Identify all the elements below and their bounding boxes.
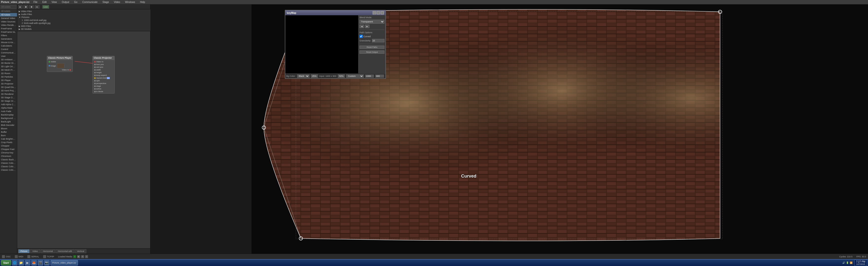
menu-item-file[interactable]: File [33, 1, 38, 3]
sidebar-item-3d-light[interactable]: 3D Light Orientation [0, 65, 17, 68]
sidebar-item-crop-pixels[interactable]: Crop Pixels [0, 141, 17, 144]
taskbar-icon-misc[interactable]: 📷 [44, 260, 50, 266]
sidebar-item-3d-stage-ori[interactable]: 3D Stage Orientati… [0, 99, 17, 103]
sidebar-item-backdrop[interactable]: BackDroplay [0, 113, 17, 117]
sidebar-item-3d-room[interactable]: 3D Room [0, 72, 17, 75]
sidebar-item-alpha-mask[interactable]: Alpha Mask [0, 106, 17, 110]
sidebar-item-3d-mesh[interactable]: 3D Mesh Projector [0, 68, 17, 72]
sidebar-item-chopper[interactable]: Chopper [0, 144, 17, 147]
granularity-input[interactable] [372, 39, 384, 42]
curved-checkbox[interactable] [360, 35, 363, 38]
sidebar-item-communications[interactable]: Communications [0, 51, 17, 55]
tab-horizontal[interactable]: Horizontal [41, 249, 55, 253]
sidebar-item-3d-player[interactable]: 3D Player [0, 78, 17, 82]
patch-canvas[interactable]: Classic Picture Player visible image Vid… [17, 31, 150, 248]
file-tree-audio-files[interactable]: ▶ Audio Files [18, 13, 150, 16]
control-point-tr[interactable] [718, 10, 722, 13]
sidebar-item-3d-ambient[interactable]: 3D Ambient Light [0, 58, 17, 61]
sidebar-item-classic-color2[interactable]: Classic Color Make [0, 165, 17, 168]
patch-tool-live[interactable]: Live [42, 5, 49, 9]
node-classic-picture-player[interactable]: Classic Picture Player visible image Vid… [47, 56, 73, 72]
patch-tool-btn-1[interactable]: ▶ [18, 5, 23, 9]
menu-item-edit[interactable]: Edit [41, 1, 48, 3]
sidebar-item-filters[interactable]: Filters [0, 34, 17, 37]
output-height-input[interactable] [375, 75, 384, 77]
tab-vertical[interactable]: Vertical [75, 249, 87, 253]
sidebar-item-chopper-fast[interactable]: Chopper Fast [0, 147, 17, 151]
sidebar-item-mouse-keyboard[interactable]: Mouse & Keyboard [0, 41, 17, 44]
reset-paths-btn[interactable]: Reset Paths [360, 45, 384, 49]
taskbar-icon-firefox[interactable]: 🦊 [31, 260, 37, 266]
sidebar-item-3d-particles[interactable]: 3D Particles [0, 75, 17, 78]
izzymap-close-btn[interactable]: × [380, 11, 384, 14]
menu-item-go[interactable]: Go [73, 1, 79, 3]
sidebar-item-3d-stage-opt[interactable]: 3D Stage Options [0, 96, 17, 99]
sidebar-item-user[interactable]: User [0, 55, 17, 58]
menu-item-communicate[interactable]: Communicate [82, 1, 99, 3]
izzymap-preview[interactable] [285, 15, 358, 73]
sidebar-item-all-actors[interactable]: All Actors [0, 13, 17, 16]
sidebar-item-freeframe[interactable]: FreeFrame [0, 27, 17, 30]
sidebar-item-video-sources[interactable]: Video Sources [0, 20, 17, 23]
sidebar-item-chroma-key[interactable]: Chroma Key [0, 151, 17, 155]
file-tree-video-files[interactable]: ▶ Video Files [18, 10, 150, 13]
num-btn-next[interactable]: ▶ [365, 25, 369, 28]
sidebar-item-classic-color-alpha[interactable]: Classic Color To Al [0, 168, 17, 172]
sidebar-item-general-video[interactable]: General Video [0, 16, 17, 20]
taskbar-icon-media[interactable]: ▶ [25, 260, 30, 266]
sidebar-item-blob-decoder[interactable]: Blob Decoder [0, 123, 17, 127]
tab-horizontal-edit[interactable]: Horizontal edit [56, 249, 74, 253]
taskbar-app-btn[interactable]: Picture_video_player.izz [51, 260, 78, 266]
file-tree-item-brick1[interactable]: 1 1000-red-brick-wall.jpg [21, 19, 150, 22]
sidebar-item-3d-renderer[interactable]: 3D Renderer [0, 92, 17, 96]
patch-tool-btn-4[interactable]: ⏭ [35, 5, 39, 9]
start-button[interactable]: Start [1, 260, 11, 266]
sidebar-item-chromium[interactable]: Chromium [0, 155, 17, 158]
sidebar-item-3d-kent[interactable]: 3D Kent Project [0, 89, 17, 92]
sidebar-item-freeframe-gl[interactable]: FreeFrame GL [0, 30, 17, 34]
sidebar-item-buffer[interactable]: Buffer [0, 130, 17, 134]
file-tree-item-brick2[interactable]: 2 brick-wall-with-spotlight.jpg [21, 22, 150, 25]
izzymap-maximize-btn[interactable]: □ [376, 11, 380, 14]
sidebar-item-3d-projector[interactable]: 3D Projector [0, 82, 17, 86]
sidebar-item-classic-bg[interactable]: Classic Backgrounds [0, 158, 17, 161]
output-zoom-select[interactable]: 50% [338, 74, 345, 78]
menu-item-video[interactable]: Video [113, 1, 121, 3]
taskbar-icon-app[interactable]: 🎬 [38, 260, 43, 266]
menu-item-output[interactable]: Output [61, 1, 70, 3]
sidebar-item-bloom[interactable]: Bloom [0, 127, 17, 130]
patch-tool-btn-3[interactable]: ⏺ [29, 5, 34, 9]
sidebar-item-calculators[interactable]: Calculators [0, 44, 17, 47]
sidebar-item-control[interactable]: Control [0, 47, 17, 51]
num-btn-prev[interactable]: ◀ [360, 25, 364, 28]
tab-video[interactable]: Video [30, 249, 40, 253]
zoom-select[interactable]: 25% [311, 74, 318, 78]
menu-item-help[interactable]: Help [139, 1, 146, 3]
sidebar-item-3d-quad[interactable]: 3D Quad Distort [0, 86, 17, 89]
sidebar-item-calz-brightness[interactable]: Calz Brightness [0, 137, 17, 141]
tab-picture[interactable]: Picture [18, 249, 30, 253]
sidebar-item-generators[interactable]: Generators [0, 37, 17, 41]
file-tree-midi[interactable]: ▶ MIDI Files [18, 25, 150, 28]
output-width-input[interactable] [365, 75, 374, 77]
output-mode-select[interactable]: Custom 1920x1080 1280x720 [346, 74, 364, 78]
blend-mode-select[interactable]: Transparent Normal Add Multiply [360, 20, 384, 24]
sidebar-item-bg-color[interactable]: Background Color [0, 117, 17, 120]
patch-tool-btn-2[interactable]: ⏹ [24, 5, 28, 9]
taskbar-icon-folder[interactable]: 📁 [19, 260, 24, 266]
sidebar-item-auto-fade[interactable]: Auto Fade [0, 110, 17, 113]
sidebar-item-video-renderers[interactable]: Video Renderers [0, 23, 17, 27]
sidebar-item-backlight[interactable]: BackLight [0, 120, 17, 123]
taskbar-icon-ie[interactable]: 🌐 [12, 260, 18, 266]
sidebar-item-classic-color1[interactable]: Classic Color Make [0, 161, 17, 165]
sidebar-item-3d-bezier[interactable]: 3D Bezier Distort [0, 61, 17, 65]
sidebar-item-burn[interactable]: Burn [0, 134, 17, 137]
menu-item-view[interactable]: View [51, 1, 58, 3]
izzymap-minimize-btn[interactable]: _ [373, 11, 376, 14]
node-classic-projector[interactable]: Classic Projector Video In horz pos vert… [92, 56, 115, 94]
file-tree-3d-models[interactable]: ▶ 3D Models [18, 28, 150, 31]
reset-output-btn[interactable]: Reset Output [360, 51, 384, 54]
sidebar-search-input[interactable] [0, 5, 17, 9]
sidebar-item-add-alpha[interactable]: Add Alpha Channel [0, 103, 17, 106]
file-tree-pictures[interactable]: ▼ Pictures [18, 16, 150, 19]
